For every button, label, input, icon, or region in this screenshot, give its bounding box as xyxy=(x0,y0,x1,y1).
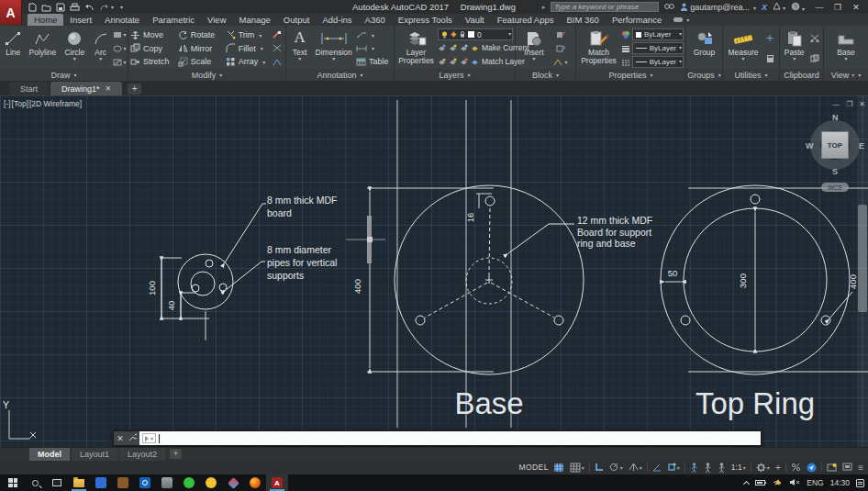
match-properties-button[interactable]: Match Properties xyxy=(578,28,619,69)
command-close-icon[interactable]: ✕ xyxy=(117,434,124,443)
tab-output[interactable]: Output xyxy=(277,14,317,26)
tab-featured-apps[interactable]: Featured Apps xyxy=(491,14,561,26)
tab-parametric[interactable]: Parametric xyxy=(146,14,201,26)
view-control[interactable]: [Top] xyxy=(12,99,28,108)
dimension-style-icon[interactable] xyxy=(356,42,392,55)
flange-drawing[interactable] xyxy=(161,204,266,340)
search-input[interactable] xyxy=(551,2,659,12)
isolate-objects-icon[interactable] xyxy=(826,461,838,474)
save-icon[interactable] xyxy=(56,3,65,12)
firefox-button[interactable] xyxy=(244,474,266,491)
pinned-app-4[interactable] xyxy=(200,474,222,491)
top-ring-drawing[interactable] xyxy=(661,185,868,374)
tab-model[interactable]: Model xyxy=(29,448,70,461)
tray-expand-icon[interactable] xyxy=(743,480,750,486)
tab-a360[interactable]: A360 xyxy=(359,14,392,26)
tab-view[interactable]: View xyxy=(201,14,232,26)
clean-screen-icon[interactable] xyxy=(841,461,853,474)
viewcube-north[interactable]: N xyxy=(832,113,839,122)
tab-layout2[interactable]: Layout2 xyxy=(119,448,165,461)
qat-customize-icon[interactable] xyxy=(118,4,123,10)
clock[interactable]: 14:30 xyxy=(830,478,850,487)
tab-layout1[interactable]: Layout1 xyxy=(72,448,117,461)
block-edit-icon[interactable] xyxy=(556,30,566,39)
polyline-button[interactable]: Polyline xyxy=(26,28,59,69)
viewcube-west[interactable]: W xyxy=(806,141,814,151)
viewcube[interactable]: N E S W TOP xyxy=(805,115,865,175)
note-pipes-1[interactable]: 8 mm diameter xyxy=(267,244,332,255)
customization-icon[interactable]: ≡ xyxy=(857,461,864,474)
layer-off-icon[interactable] xyxy=(438,44,446,51)
array-button[interactable]: Array xyxy=(226,55,270,68)
isometric-drafting-icon[interactable]: ▾ xyxy=(628,461,643,474)
tab-insert[interactable]: Insert xyxy=(63,14,98,26)
annotation-monitor-icon[interactable]: + xyxy=(774,461,782,474)
viewcube-top-face[interactable]: TOP xyxy=(821,131,849,159)
dimension-button[interactable]: Dimension xyxy=(313,28,354,69)
rotate-button[interactable]: Rotate xyxy=(178,28,224,41)
search-exchange-icon[interactable] xyxy=(664,2,674,12)
maximize-button[interactable]: ❐ xyxy=(829,3,847,12)
layer-freeze2-icon[interactable] xyxy=(460,44,468,51)
tab-drawing1[interactable]: Drawing1*✕ xyxy=(50,82,122,95)
note-pipes-2[interactable]: pipes for vertical xyxy=(267,257,337,268)
panel-label-groups[interactable]: Groups xyxy=(686,69,722,81)
new-layout-button[interactable]: + xyxy=(170,449,182,459)
layer-select[interactable]: 0 ▾ xyxy=(438,28,513,40)
start-button[interactable] xyxy=(2,474,24,491)
paste-button[interactable]: Paste xyxy=(782,28,807,69)
circle-button[interactable]: Circle xyxy=(61,28,88,69)
construction-lines[interactable] xyxy=(397,100,511,428)
file-explorer-button[interactable] xyxy=(68,474,90,491)
units-icon[interactable] xyxy=(790,461,802,474)
layer-lock2-icon[interactable] xyxy=(438,58,446,65)
polar-tracking-icon[interactable]: ▾ xyxy=(608,461,624,474)
copy-button[interactable]: Copy xyxy=(130,42,176,55)
tab-performance[interactable]: Performance xyxy=(606,14,668,26)
cut-icon[interactable] xyxy=(810,34,819,42)
base-drawing[interactable] xyxy=(367,185,584,374)
osnap-tracking-icon[interactable] xyxy=(651,461,662,474)
minimize-button[interactable]: — xyxy=(810,3,829,12)
text-button[interactable]: A Text xyxy=(288,28,311,69)
panel-label-view[interactable]: View▾ xyxy=(824,69,868,81)
snap-mode-icon[interactable]: ▾ xyxy=(569,461,585,474)
layer-walk-icon[interactable] xyxy=(460,58,468,65)
linetype-select[interactable]: ByLayer▾ xyxy=(632,56,684,68)
ortho-mode-icon[interactable] xyxy=(594,461,605,474)
new-drawing-tab-button[interactable]: + xyxy=(128,84,141,95)
workspace-switching-icon[interactable]: ▾ xyxy=(755,461,771,474)
pinned-app-2[interactable] xyxy=(112,474,134,491)
close-button[interactable]: ✕ xyxy=(847,3,865,12)
annotation-scale-icon[interactable] xyxy=(717,461,727,474)
a360-icon[interactable]: X xyxy=(762,3,767,12)
object-snap-icon[interactable]: ▾ xyxy=(666,461,681,474)
outlook-button[interactable] xyxy=(134,474,156,491)
note-pipes-3[interactable]: supports xyxy=(267,270,304,281)
exchange-apps-icon[interactable] xyxy=(773,2,785,12)
tab-bim360[interactable]: BIM 360 xyxy=(561,14,606,26)
recent-commands-icon[interactable]: ▾ xyxy=(142,433,156,443)
tab-vault[interactable]: Vault xyxy=(459,14,491,26)
tab-express-tools[interactable]: Express Tools xyxy=(392,14,459,26)
panel-label-properties[interactable]: Properties xyxy=(576,69,685,81)
note-mdf-board-2[interactable]: board xyxy=(267,207,292,218)
annotation-visibility-icon[interactable] xyxy=(689,461,699,474)
grid-display-icon[interactable] xyxy=(552,461,565,474)
block-define-icon[interactable] xyxy=(556,44,566,52)
pinned-app-1[interactable] xyxy=(90,474,112,491)
mirror-button[interactable]: Mirror xyxy=(178,42,224,55)
visual-style-control[interactable]: [2D Wireframe] xyxy=(29,99,82,108)
hatch-tool-icon[interactable] xyxy=(113,59,127,66)
copy-clip-icon[interactable] xyxy=(810,54,819,62)
panel-label-clipboard[interactable]: Clipboard xyxy=(780,69,823,81)
tab-manage[interactable]: Manage xyxy=(233,14,277,26)
model-space-toggle[interactable]: MODEL xyxy=(519,463,549,472)
dim-flange-40[interactable]: 40 xyxy=(166,301,176,311)
undo-icon[interactable] xyxy=(84,3,95,12)
viewcube-south[interactable]: S xyxy=(832,167,838,176)
rectangle-tool-icon[interactable] xyxy=(113,31,127,39)
layer-properties-button[interactable]: Layer Properties xyxy=(396,28,436,69)
measure-button[interactable]: Measure xyxy=(725,28,762,69)
trim-button[interactable]: Trim xyxy=(226,28,270,41)
